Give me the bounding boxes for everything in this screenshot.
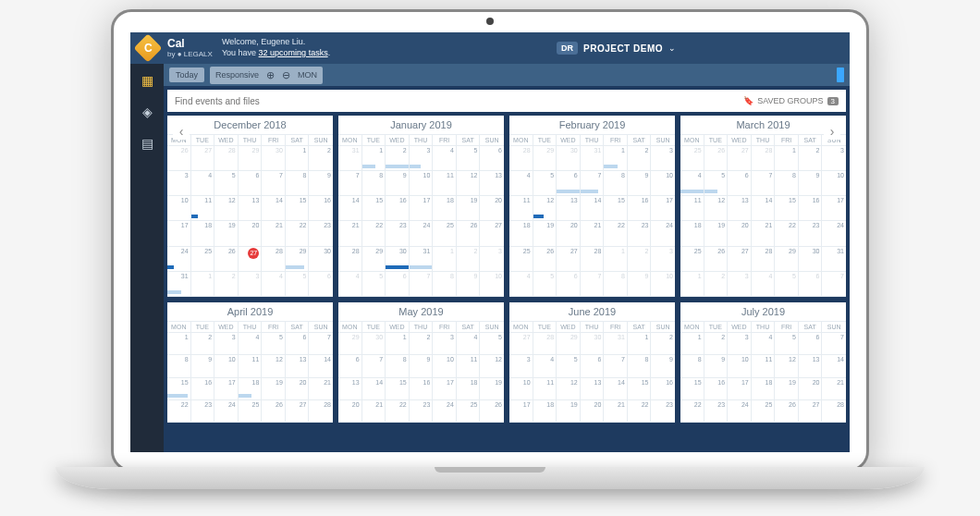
day-cell[interactable]: 5 xyxy=(775,333,799,355)
day-cell[interactable]: 12 xyxy=(704,196,729,221)
day-cell[interactable]: 25 xyxy=(433,221,457,246)
day-cell[interactable]: 12 xyxy=(775,355,799,377)
event-bar[interactable] xyxy=(167,394,188,398)
day-cell[interactable]: 9 xyxy=(628,272,652,297)
day-cell[interactable]: 30 xyxy=(309,247,333,272)
day-cell[interactable]: 6 xyxy=(799,333,823,355)
day-cell[interactable]: 3 xyxy=(239,272,263,297)
day-cell[interactable]: 10 xyxy=(509,378,533,400)
day-cell[interactable]: 28 xyxy=(581,247,605,272)
day-cell[interactable]: 5 xyxy=(457,146,481,171)
day-cell[interactable]: 2 xyxy=(704,272,729,297)
day-cell[interactable]: 4 xyxy=(680,171,704,196)
event-bar[interactable] xyxy=(410,265,433,269)
day-cell[interactable]: 8 xyxy=(775,171,799,196)
day-cell[interactable]: 23 xyxy=(386,221,410,246)
day-cell[interactable]: 17 xyxy=(167,221,191,246)
day-cell[interactable]: 17 xyxy=(728,378,752,400)
day-cell[interactable]: 6 xyxy=(286,333,310,355)
day-cell[interactable]: 15 xyxy=(680,378,704,400)
day-cell[interactable]: 18 xyxy=(680,221,704,246)
day-cell[interactable]: 2 xyxy=(704,333,729,355)
event-bar[interactable] xyxy=(239,394,252,398)
day-cell[interactable]: 23 xyxy=(410,400,434,423)
day-cell[interactable]: 21 xyxy=(338,221,362,246)
event-bar[interactable] xyxy=(386,165,409,168)
day-cell[interactable]: 16 xyxy=(386,196,410,221)
day-cell[interactable]: 5 xyxy=(704,171,729,196)
day-cell[interactable]: 25 xyxy=(457,400,481,423)
day-cell[interactable]: 24 xyxy=(214,400,239,423)
day-cell[interactable]: 16 xyxy=(704,378,729,400)
day-cell[interactable]: 2 xyxy=(309,146,333,171)
day-cell[interactable]: 16 xyxy=(799,196,823,221)
day-cell[interactable]: 25 xyxy=(239,400,263,423)
day-cell[interactable]: 27 xyxy=(799,400,823,423)
day-cell[interactable]: 29 xyxy=(557,333,581,355)
day-cell[interactable]: 3 xyxy=(433,333,457,355)
day-cell[interactable]: 5 xyxy=(533,171,557,196)
view-mode-field[interactable]: Responsive ⊕ ⊖ MON xyxy=(210,67,323,84)
saved-groups-button[interactable]: 🔖 SAVED GROUPS 3 xyxy=(743,96,839,105)
day-cell[interactable]: 8 xyxy=(604,171,628,196)
event-bar[interactable] xyxy=(410,165,421,168)
day-cell[interactable]: 17 xyxy=(410,196,434,221)
day-cell[interactable]: 4 xyxy=(752,272,776,297)
day-cell[interactable]: 1 xyxy=(167,333,191,355)
day-cell[interactable]: 21 xyxy=(362,400,386,423)
day-cell[interactable]: 16 xyxy=(628,196,652,221)
day-cell[interactable]: 11 xyxy=(239,355,263,377)
day-cell[interactable]: 8 xyxy=(604,272,628,297)
day-cell[interactable]: 2 xyxy=(386,146,410,171)
day-cell[interactable]: 2 xyxy=(457,247,481,272)
day-cell[interactable]: 6 xyxy=(338,355,362,377)
day-cell[interactable]: 28 xyxy=(309,400,333,423)
day-cell[interactable]: 18 xyxy=(509,221,533,246)
day-cell[interactable]: 28 xyxy=(214,146,239,171)
day-cell[interactable]: 18 xyxy=(239,378,263,400)
day-cell[interactable]: 1 xyxy=(433,247,457,272)
day-cell[interactable]: 13 xyxy=(557,196,581,221)
day-cell[interactable]: 2 xyxy=(410,333,434,355)
search-input[interactable] xyxy=(175,96,743,106)
day-cell[interactable]: 17 xyxy=(433,378,457,400)
day-cell[interactable]: 6 xyxy=(480,146,504,171)
day-cell[interactable]: 7 xyxy=(581,171,605,196)
day-cell[interactable]: 19 xyxy=(557,400,581,423)
day-cell[interactable]: 6 xyxy=(799,272,823,297)
event-bar[interactable] xyxy=(533,215,544,218)
day-cell[interactable]: 23 xyxy=(191,400,215,423)
day-cell[interactable]: 15 xyxy=(286,196,310,221)
next-page-button[interactable]: › xyxy=(824,123,840,140)
sidebar-board-icon[interactable]: ▤ xyxy=(138,134,156,153)
day-cell[interactable]: 21 xyxy=(581,221,605,246)
day-cell[interactable]: 7 xyxy=(822,272,846,297)
day-cell[interactable]: 5 xyxy=(262,333,286,355)
day-cell[interactable]: 21 xyxy=(752,221,776,246)
day-cell[interactable]: 7 xyxy=(309,333,333,355)
day-cell[interactable]: 21 xyxy=(822,378,846,400)
day-cell[interactable]: 1 xyxy=(286,146,310,171)
day-cell[interactable]: 22 xyxy=(628,400,652,423)
day-cell[interactable]: 11 xyxy=(457,355,481,377)
day-cell[interactable]: 28 xyxy=(262,247,286,272)
day-cell[interactable]: 29 xyxy=(239,146,263,171)
day-cell[interactable]: 1 xyxy=(680,333,704,355)
day-cell[interactable]: 19 xyxy=(457,196,481,221)
day-cell[interactable]: 7 xyxy=(752,171,776,196)
day-cell[interactable]: 10 xyxy=(728,355,752,377)
day-cell[interactable]: 8 xyxy=(362,171,386,196)
day-cell[interactable]: 13 xyxy=(480,171,504,196)
day-cell[interactable]: 14 xyxy=(338,196,362,221)
day-cell[interactable]: 31 xyxy=(822,247,846,272)
day-cell[interactable]: 4 xyxy=(509,272,533,297)
day-cell[interactable]: 22 xyxy=(167,400,191,423)
day-cell[interactable]: 26 xyxy=(214,247,239,272)
day-cell[interactable]: 3 xyxy=(214,333,239,355)
day-cell[interactable]: 17 xyxy=(509,400,533,423)
day-cell[interactable]: 25 xyxy=(752,400,776,423)
day-cell[interactable]: 1 xyxy=(604,146,628,171)
upcoming-tasks-link[interactable]: 32 upcoming tasks xyxy=(259,48,328,57)
day-cell[interactable]: 19 xyxy=(214,221,239,246)
day-cell[interactable]: 7 xyxy=(410,272,434,297)
